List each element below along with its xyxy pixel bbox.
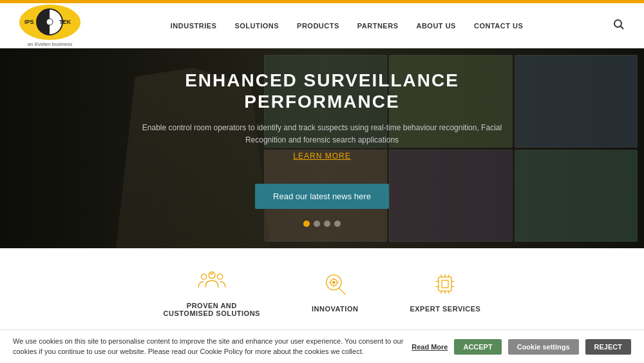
logo-oval: IPS TEK bbox=[19, 5, 80, 40]
feature-expert: EXPERT SERVICES bbox=[410, 268, 480, 315]
svg-point-7 bbox=[209, 272, 215, 279]
learn-more-link[interactable]: LEARN MORE bbox=[142, 152, 502, 161]
logo-subtitle: an Eviden business bbox=[28, 41, 72, 47]
svg-point-8 bbox=[201, 274, 206, 279]
hero-section: ENHANCED SURVEILLANCE PERFORMANCE Enable… bbox=[0, 48, 644, 248]
logo[interactable]: IPS TEK an Eviden business bbox=[19, 5, 80, 47]
logo-svg: IPS TEK bbox=[19, 6, 80, 38]
news-button[interactable]: Read our latest news here bbox=[255, 184, 389, 209]
cookie-read-more[interactable]: Read More bbox=[412, 343, 448, 351]
proven-title: PROVEN AND CUSTOMISED SOLUTIONS bbox=[164, 302, 260, 317]
cookie-settings-button[interactable]: Cookie settings bbox=[508, 339, 579, 355]
header: IPS TEK an Eviden business INDUSTRIES SO… bbox=[0, 3, 644, 48]
svg-point-17 bbox=[333, 281, 335, 283]
nav-partners[interactable]: PARTNERS bbox=[357, 22, 399, 30]
feature-proven: PROVEN AND CUSTOMISED SOLUTIONS bbox=[164, 268, 260, 315]
hero-title: ENHANCED SURVEILLANCE PERFORMANCE bbox=[142, 70, 502, 113]
svg-point-9 bbox=[217, 274, 222, 279]
nav-contact[interactable]: CONTACT US bbox=[474, 22, 523, 30]
search-button[interactable] bbox=[613, 19, 625, 33]
expert-icon bbox=[426, 268, 464, 300]
cookie-banner: We use cookies on this site to personali… bbox=[0, 329, 644, 363]
dot-3[interactable] bbox=[324, 221, 330, 227]
cookie-reject-button[interactable]: REJECT bbox=[585, 339, 631, 355]
features-section: PROVEN AND CUSTOMISED SOLUTIONS INNOVATI… bbox=[0, 248, 644, 321]
carousel-dots bbox=[142, 221, 502, 227]
nav-solutions[interactable]: SOLUTIONS bbox=[234, 22, 279, 30]
svg-text:TEK: TEK bbox=[59, 19, 71, 25]
svg-line-6 bbox=[620, 26, 623, 29]
dot-4[interactable] bbox=[334, 221, 341, 227]
nav-about[interactable]: ABOUT US bbox=[416, 22, 455, 30]
svg-line-11 bbox=[339, 288, 346, 295]
svg-point-5 bbox=[614, 20, 621, 27]
nav-products[interactable]: PRODUCTS bbox=[297, 22, 339, 30]
screen-3 bbox=[515, 55, 638, 148]
innovation-title: INNOVATION bbox=[312, 305, 358, 313]
expert-title: EXPERT SERVICES bbox=[410, 305, 480, 313]
dot-2[interactable] bbox=[314, 221, 320, 227]
svg-rect-18 bbox=[439, 277, 451, 291]
svg-point-2 bbox=[46, 19, 53, 25]
proven-icon bbox=[193, 268, 231, 297]
svg-text:IPS: IPS bbox=[24, 19, 34, 25]
svg-rect-29 bbox=[442, 280, 448, 288]
innovation-icon bbox=[316, 268, 354, 300]
cookie-accept-button[interactable]: ACCEPT bbox=[454, 339, 501, 355]
nav-industries[interactable]: INDUSTRIES bbox=[171, 22, 217, 30]
feature-innovation: INNOVATION bbox=[312, 268, 358, 315]
cookie-text: We use cookies on this site to personali… bbox=[13, 337, 405, 357]
main-nav: INDUSTRIES SOLUTIONS PRODUCTS PARTNERS A… bbox=[171, 22, 523, 30]
dot-1[interactable] bbox=[303, 221, 310, 227]
hero-content: ENHANCED SURVEILLANCE PERFORMANCE Enable… bbox=[129, 70, 515, 228]
screen-6 bbox=[515, 150, 638, 242]
hero-description: Enable control room operators to identif… bbox=[142, 122, 502, 146]
